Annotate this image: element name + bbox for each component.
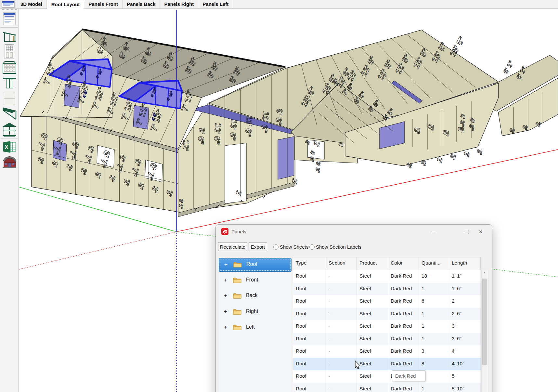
- panel-dimension-label: 5': [441, 130, 450, 137]
- tab-panels-back[interactable]: Panels Back: [123, 0, 160, 8]
- tree-item-left[interactable]: +Left: [219, 321, 291, 334]
- table-row[interactable]: Roof-SteelDark Red15': [293, 370, 481, 383]
- table-cell: -: [326, 370, 357, 383]
- panel-dimension-label: 4' 3": [459, 114, 466, 127]
- color-tooltip: Dark Red: [392, 370, 425, 381]
- table-cell: 1: [419, 283, 449, 295]
- table-row[interactable]: Roof-SteelDark Red62': [293, 295, 481, 308]
- minimize-button[interactable]: [428, 228, 438, 236]
- component-thumbnail-icon[interactable]: [0, 0, 16, 8]
- gazebo-icon[interactable]: [2, 122, 17, 137]
- purple-door: [278, 137, 294, 179]
- panel-dimension-label: 4': [337, 142, 344, 147]
- table-row[interactable]: Roof-SteelDark Red15' 10": [293, 383, 481, 392]
- scroll-up-icon[interactable]: ▲: [482, 271, 487, 274]
- table-cell: Dark Red: [388, 270, 419, 283]
- recalculate-button[interactable]: Recalculate: [218, 242, 247, 251]
- column-header-quanti-[interactable]: Quanti...: [419, 257, 449, 270]
- garage-door-icon[interactable]: [2, 60, 17, 75]
- column-header-length[interactable]: Length: [449, 257, 481, 270]
- column-header-product[interactable]: Product: [357, 257, 388, 270]
- table-row[interactable]: Roof-SteelDark Red181' 1": [293, 270, 481, 283]
- tree-item-label: Right: [246, 308, 258, 314]
- table-header-row: TypeSectionProductColorQuanti...Length: [293, 257, 481, 270]
- table-cell: Dark Red: [388, 320, 419, 333]
- tab-roof-layout[interactable]: Roof Layout: [47, 0, 84, 9]
- barn-model-icon[interactable]: [2, 155, 17, 170]
- table-cell: -: [326, 383, 357, 392]
- panel-dimension-label: 5': [412, 127, 422, 134]
- blank-panel-icon[interactable]: [2, 91, 17, 106]
- table-row[interactable]: Roof-SteelDark Red12' 6": [293, 308, 481, 320]
- sketchup-logo-icon: [221, 228, 228, 236]
- panels-dialog-titlebar[interactable]: Panels ✕: [216, 225, 492, 239]
- table-cell: Steel: [357, 295, 388, 308]
- sidebar-separator: [1, 27, 18, 28]
- expand-plus-icon[interactable]: +: [224, 308, 227, 315]
- table-cell: Dark Red: [388, 345, 419, 358]
- category-tree: +Roof+Front+Back+Right+Left: [219, 257, 292, 392]
- tree-item-back[interactable]: +Back: [219, 290, 291, 303]
- table-cell: 5' 10": [449, 383, 481, 392]
- table-cell: -: [326, 333, 357, 346]
- table-cell: 3': [449, 320, 481, 333]
- tree-item-roof[interactable]: +Roof: [219, 258, 292, 272]
- panel-dimension-label: 3': [475, 149, 484, 155]
- tab-panels-right[interactable]: Panels Right: [160, 0, 198, 8]
- tab-3d-model[interactable]: 3D Model: [16, 0, 47, 8]
- expand-plus-icon[interactable]: +: [224, 261, 227, 268]
- lean-to-icon[interactable]: [2, 29, 17, 44]
- show-section-labels-radio[interactable]: [309, 244, 315, 250]
- panel-dimension-label: 4' 3": [308, 150, 316, 163]
- table-scrollbar[interactable]: ▲: [481, 270, 488, 392]
- table-cell: Roof: [293, 308, 326, 320]
- dialog-title: Panels: [231, 229, 246, 234]
- shed-roof-icon[interactable]: [2, 107, 17, 122]
- table-cell: Steel: [357, 308, 388, 320]
- table-cell: -: [326, 283, 357, 295]
- expand-plus-icon[interactable]: +: [224, 324, 227, 331]
- maximize-button[interactable]: [462, 228, 472, 236]
- column-header-color[interactable]: Color: [388, 257, 419, 270]
- table-cell: Roof: [293, 320, 326, 333]
- table-cell: Roof: [293, 383, 326, 392]
- table-row[interactable]: Roof-SteelDark Red84' 10": [293, 358, 481, 371]
- folder-icon: [233, 277, 241, 285]
- scrollbar-thumb[interactable]: [482, 279, 487, 365]
- table-cell: 5': [449, 370, 481, 383]
- table-cell: Roof: [293, 270, 326, 283]
- expand-plus-icon[interactable]: +: [224, 293, 227, 299]
- panel-dimension-label: 5': [426, 124, 435, 131]
- excel-export-icon[interactable]: X: [2, 139, 17, 154]
- table-cell: Steel: [357, 370, 388, 383]
- tree-item-right[interactable]: +Right: [219, 306, 291, 319]
- tab-panels-left[interactable]: Panels Left: [198, 0, 233, 8]
- show-sheets-radio[interactable]: [273, 244, 279, 250]
- table-cell: Steel: [357, 333, 388, 346]
- panels-dialog: Panels ✕ Recalculate Export Show Sheets …: [215, 224, 492, 392]
- table-row[interactable]: Roof-SteelDark Red13' 6": [293, 333, 481, 346]
- table-row[interactable]: Roof-SteelDark Red13': [293, 320, 481, 333]
- table-cell: 4': [449, 345, 481, 358]
- column-header-type[interactable]: Type: [293, 257, 326, 270]
- tab-strip: 3D ModelRoof LayoutPanels FrontPanels Ba…: [16, 0, 233, 8]
- table-cell: Steel: [357, 283, 388, 295]
- door-icon[interactable]: [2, 44, 17, 59]
- tree-item-front[interactable]: +Front: [219, 274, 291, 287]
- component-options-icon[interactable]: [2, 11, 17, 26]
- table-cell: Dark Red: [388, 295, 419, 308]
- table-row[interactable]: Roof-SteelDark Red34': [293, 345, 481, 358]
- close-icon[interactable]: ✕: [476, 228, 486, 236]
- folder-icon: [233, 261, 242, 269]
- table-cell: -: [326, 320, 357, 333]
- tree-item-label: Back: [246, 293, 258, 298]
- table-row[interactable]: Roof-SteelDark Red11' 6": [293, 283, 481, 295]
- column-header-section[interactable]: Section: [326, 257, 357, 270]
- window-frame-icon[interactable]: [2, 75, 17, 90]
- table-cell: -: [326, 270, 357, 283]
- expand-plus-icon[interactable]: +: [224, 277, 227, 283]
- panel-dimension-label: 3': [435, 157, 444, 163]
- tab-panels-front[interactable]: Panels Front: [84, 0, 123, 8]
- export-button[interactable]: Export: [249, 242, 267, 251]
- table-cell: 1: [419, 308, 449, 320]
